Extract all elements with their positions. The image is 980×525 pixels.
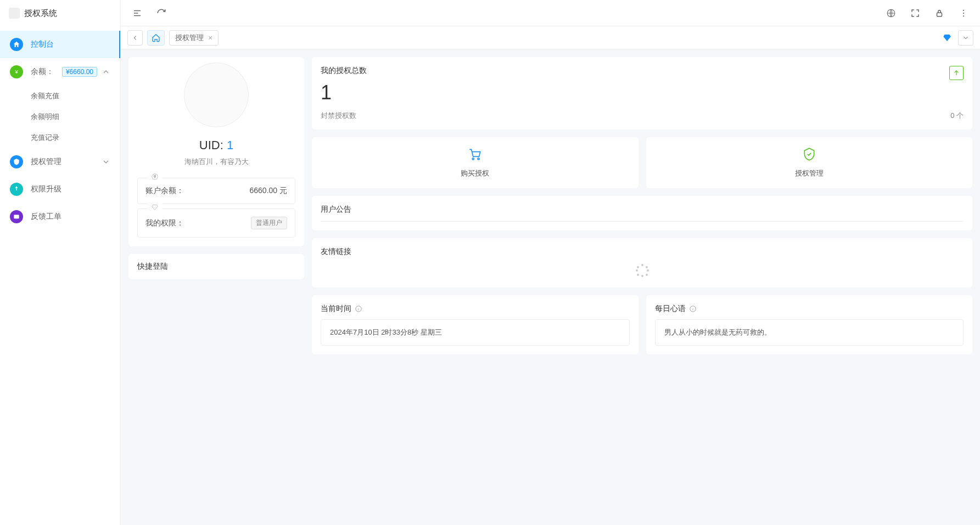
time-value: 2024年7月10日 2时33分8秒 星期三 bbox=[321, 319, 630, 346]
globe-icon[interactable] bbox=[886, 8, 897, 19]
daily-title: 每日心语 bbox=[655, 304, 964, 314]
links-title: 友情链接 bbox=[321, 247, 964, 257]
app-title-text: 授权系统 bbox=[24, 8, 57, 19]
announce-card: 用户公告 bbox=[312, 196, 972, 230]
tab-home-button[interactable] bbox=[147, 30, 165, 46]
logo-icon bbox=[9, 8, 20, 19]
diamond-outline-icon bbox=[148, 204, 162, 213]
profile-card: UID: 1 海纳百川，有容乃大 ¥ 账户余额： 6660.00 元 我的权限： bbox=[128, 57, 304, 246]
sidebar-item-upgrade[interactable]: 权限升级 bbox=[0, 176, 120, 203]
sidebar-item-auth[interactable]: 授权管理 bbox=[0, 148, 120, 176]
quick-login-title: 快捷登陆 bbox=[137, 262, 168, 270]
main: 授权管理 × UID: 1 海纳百川，有容乃大 ¥ bbox=[121, 0, 980, 525]
home-icon bbox=[10, 38, 23, 51]
sidebar: 授权系统 控制台 ¥ 余额： ¥6660.00 余额充值 余额明细 充值记录 授… bbox=[0, 0, 121, 525]
lock-icon[interactable] bbox=[934, 8, 945, 19]
tab-auth-manage[interactable]: 授权管理 × bbox=[169, 30, 219, 46]
time-title: 当前时间 bbox=[321, 304, 630, 314]
cart-icon bbox=[322, 147, 629, 163]
upgrade-icon bbox=[10, 183, 23, 196]
balance-value: 6660.00 元 bbox=[250, 186, 288, 196]
stats-total: 1 bbox=[321, 81, 964, 104]
stats-banned-label: 封禁授权数 bbox=[321, 111, 356, 121]
sidebar-sub-recharge[interactable]: 余额充值 bbox=[0, 86, 120, 106]
loading-spinner bbox=[321, 262, 964, 279]
announce-title: 用户公告 bbox=[321, 205, 964, 214]
perm-label: 我的权限： bbox=[145, 218, 184, 228]
shield-check-icon bbox=[656, 147, 963, 163]
stats-banned-value: 0 个 bbox=[950, 111, 964, 121]
yen-icon: ¥ bbox=[10, 65, 23, 78]
stats-card: 我的授权总数 1 封禁授权数 0 个 bbox=[312, 57, 972, 129]
svg-rect-3 bbox=[937, 13, 942, 16]
sidebar-menu: 控制台 ¥ 余额： ¥6660.00 余额充值 余额明细 充值记录 授权管理 权… bbox=[0, 26, 120, 525]
perm-value: 普通用户 bbox=[251, 217, 287, 229]
avatar bbox=[184, 63, 249, 127]
svg-point-9 bbox=[472, 158, 474, 160]
sidebar-item-label: 反馈工单 bbox=[31, 212, 110, 222]
chevron-up-icon bbox=[102, 67, 110, 76]
svg-text:¥: ¥ bbox=[14, 69, 18, 75]
profile-motto: 海纳百川，有容乃大 bbox=[137, 157, 295, 167]
info-icon bbox=[355, 305, 362, 313]
sidebar-sub-record[interactable]: 充值记录 bbox=[0, 127, 120, 148]
content: UID: 1 海纳百川，有容乃大 ¥ 账户余额： 6660.00 元 我的权限： bbox=[121, 49, 980, 525]
svg-point-6 bbox=[963, 15, 964, 16]
action-row: 购买授权 授权管理 bbox=[312, 137, 972, 188]
tab-prev-button[interactable] bbox=[127, 30, 143, 46]
diamond-icon[interactable] bbox=[942, 32, 953, 43]
svg-point-4 bbox=[963, 9, 964, 10]
sidebar-sub-detail[interactable]: 余额明细 bbox=[0, 106, 120, 127]
sidebar-item-dashboard[interactable]: 控制台 bbox=[0, 31, 120, 58]
refresh-icon[interactable] bbox=[156, 8, 167, 19]
sidebar-item-label: 权限升级 bbox=[31, 184, 110, 194]
buy-auth-label: 购买授权 bbox=[322, 168, 629, 178]
sidebar-item-label: 授权管理 bbox=[31, 157, 102, 167]
fullscreen-icon[interactable] bbox=[910, 8, 921, 19]
collapse-icon[interactable] bbox=[132, 8, 143, 19]
yen-circle-icon: ¥ bbox=[148, 173, 162, 182]
uid-value: 1 bbox=[227, 138, 233, 152]
tab-dropdown-button[interactable] bbox=[958, 30, 973, 46]
svg-point-10 bbox=[478, 158, 479, 160]
links-card: 友情链接 bbox=[312, 238, 972, 287]
manage-auth-label: 授权管理 bbox=[656, 168, 963, 178]
sidebar-item-balance[interactable]: ¥ 余额： ¥6660.00 bbox=[0, 58, 120, 86]
topbar bbox=[121, 0, 980, 26]
more-icon[interactable] bbox=[958, 8, 969, 19]
svg-point-5 bbox=[963, 12, 964, 13]
uid-label: UID: 1 bbox=[137, 138, 295, 153]
daily-value: 男人从小的时候就是无药可救的。 bbox=[655, 319, 964, 346]
chevron-down-icon bbox=[102, 157, 110, 166]
stats-title: 我的授权总数 bbox=[321, 66, 964, 76]
perm-fieldset: 我的权限： 普通用户 bbox=[137, 208, 295, 238]
tab-label: 授权管理 bbox=[175, 33, 204, 43]
tabbar: 授权管理 × bbox=[121, 26, 980, 49]
info-icon bbox=[689, 305, 697, 313]
quick-login-card: 快捷登陆 bbox=[128, 254, 304, 279]
app-title: 授权系统 bbox=[0, 0, 120, 26]
svg-text:¥: ¥ bbox=[154, 174, 156, 178]
balance-label: 账户余额： bbox=[145, 186, 184, 196]
balance-fieldset: ¥ 账户余额： 6660.00 元 bbox=[137, 178, 295, 204]
ticket-icon bbox=[10, 210, 23, 223]
shield-icon bbox=[10, 155, 23, 168]
buy-auth-button[interactable]: 购买授权 bbox=[312, 137, 639, 188]
sidebar-item-label: 控制台 bbox=[31, 39, 109, 49]
scroll-top-button[interactable] bbox=[949, 66, 964, 80]
close-icon[interactable]: × bbox=[208, 33, 212, 42]
daily-card: 每日心语 男人从小的时候就是无药可救的。 bbox=[646, 295, 973, 354]
sidebar-item-label: 余额： bbox=[31, 67, 62, 77]
svg-rect-1 bbox=[14, 215, 19, 219]
sidebar-item-feedback[interactable]: 反馈工单 bbox=[0, 203, 120, 230]
manage-auth-button[interactable]: 授权管理 bbox=[646, 137, 973, 188]
balance-badge: ¥6660.00 bbox=[62, 67, 97, 77]
time-card: 当前时间 2024年7月10日 2时33分8秒 星期三 bbox=[312, 295, 639, 354]
